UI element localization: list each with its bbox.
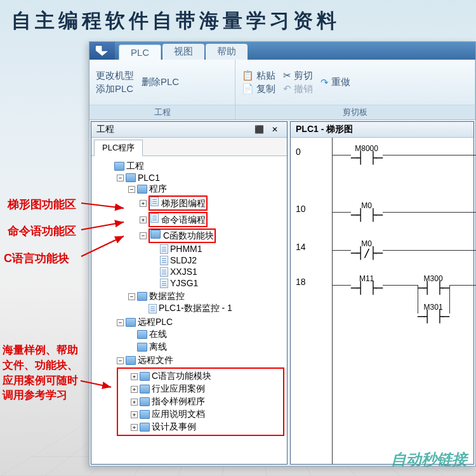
rung-number: 14 xyxy=(296,242,306,252)
contact-no[interactable]: M0─┤ ├─ xyxy=(351,201,382,221)
file-icon xyxy=(160,256,168,265)
tab-plc[interactable]: PLC xyxy=(119,44,161,60)
folder-icon xyxy=(114,162,124,171)
folder-icon xyxy=(137,330,147,339)
file-icon xyxy=(160,279,168,288)
undo-button[interactable]: ↶撤销 xyxy=(283,83,313,95)
annotation-cfunc: C语言功能块 xyxy=(4,251,69,266)
rung-number: 0 xyxy=(296,147,301,157)
group-title-engineering: 工程 xyxy=(89,105,235,119)
folder-icon xyxy=(126,356,136,365)
contact-no[interactable]: M301─┤ ├─ xyxy=(418,303,449,323)
headline: 自主编程软件自带海量学习资料 xyxy=(11,8,340,34)
file-icon xyxy=(149,304,157,314)
rung-number: 18 xyxy=(296,277,306,287)
watermark: 自动秒链接 xyxy=(391,449,467,470)
folder-icon xyxy=(140,423,150,432)
folder-icon xyxy=(140,385,150,393)
folder-icon xyxy=(140,410,150,419)
panel-title-ladder: PLC1 - 梯形图 xyxy=(296,124,353,135)
expand-icon[interactable]: − xyxy=(117,175,124,182)
file-icon xyxy=(160,244,168,254)
ribbon-body: 更改机型 添加PLC 删除PLC 工程 📋粘贴 📄复制 ✂剪切 ↶撤销 xyxy=(89,60,475,120)
folder-icon xyxy=(137,343,147,352)
tab-help[interactable]: 帮助 xyxy=(206,44,248,60)
model-buttons[interactable]: 更改机型 添加PLC xyxy=(96,70,134,95)
folder-icon xyxy=(140,397,150,406)
copy-button[interactable]: 📄复制 xyxy=(242,83,275,95)
project-panel: 工程 ⬛ ✕ PLC程序 工程 −PLC1 −程序 xyxy=(91,121,288,465)
contact-no[interactable]: M300─┤ ├─ xyxy=(418,274,449,294)
file-icon xyxy=(160,267,168,277)
folder-icon xyxy=(126,173,136,182)
pin-icon[interactable]: ⬛ xyxy=(255,125,264,134)
panel-title-project: 工程 xyxy=(96,124,114,135)
folder-icon xyxy=(140,372,150,381)
ladder-diagram[interactable]: 0 M8000─┤ ├─ 10 M0─┤ ├─ 14 M0─┤/├─ xyxy=(291,138,473,464)
close-icon[interactable]: ✕ xyxy=(272,125,278,134)
annotation-samples: 海量样例、帮助文件、功能块、应用案例可随时调用参考学习 xyxy=(3,343,88,403)
redo-button[interactable]: ↷重做 xyxy=(321,76,350,88)
folder-icon xyxy=(137,185,147,194)
folder-icon xyxy=(137,292,147,301)
ribbon-header: PLC 视图 帮助 xyxy=(89,42,475,60)
file-icon xyxy=(150,197,159,206)
annotation-ladder: 梯形图功能区 xyxy=(8,197,76,212)
contact-no[interactable]: M11─┤ ├─ xyxy=(351,274,382,294)
folder-icon xyxy=(150,230,161,239)
group-title-clipboard: 剪切板 xyxy=(235,105,475,119)
folder-icon xyxy=(126,318,136,327)
paste-button[interactable]: 📋粘贴 xyxy=(242,70,275,82)
app-logo[interactable] xyxy=(89,42,115,60)
ladder-panel: PLC1 - 梯形图 0 M8000─┤ ├─ 10 M0─┤ ├─ 14 xyxy=(290,121,474,465)
annotation-cmd: 命令语功能区 xyxy=(8,223,76,239)
tab-view[interactable]: 视图 xyxy=(162,44,204,60)
cut-button[interactable]: ✂剪切 xyxy=(283,70,313,82)
file-icon xyxy=(150,213,159,223)
subtab-plc-program[interactable]: PLC程序 xyxy=(94,140,143,156)
rung-number: 10 xyxy=(296,204,306,214)
contact-no[interactable]: M8000─┤ ├─ xyxy=(351,144,382,164)
contact-nc[interactable]: M0─┤/├─ xyxy=(351,239,382,260)
delete-plc-button[interactable]: 删除PLC xyxy=(142,76,179,88)
app-window: PLC 视图 帮助 更改机型 添加PLC 删除PLC 工程 📋粘贴 📄复制 xyxy=(89,41,476,466)
project-tree[interactable]: 工程 −PLC1 −程序 + 梯形图编程 + 命令语编程 − C函数功能块 xyxy=(91,156,287,464)
